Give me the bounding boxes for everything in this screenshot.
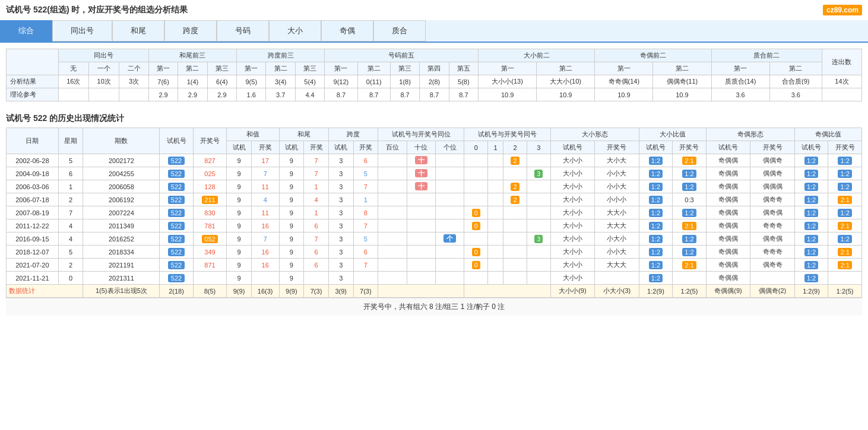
hw-prize: 6 — [304, 219, 329, 232]
samepos — [436, 219, 464, 232]
samenum-2 — [503, 167, 527, 180]
th-hm-第一: 第一 — [325, 62, 357, 75]
site-badge: cz89.com — [823, 5, 862, 15]
samenum-2: 2 — [503, 180, 527, 193]
samenum-0: 0 — [464, 259, 488, 272]
hw-prize: 6 — [304, 246, 329, 259]
ojx-trial: 奇偶偶 — [706, 167, 750, 180]
period-cell: 2004255 — [83, 167, 160, 180]
hw-trial: 9 — [279, 154, 304, 167]
th-kd-第一: 第一 — [237, 62, 266, 75]
dxb-prize: 0:3 — [673, 193, 706, 206]
tab-大小[interactable]: 大小 — [269, 20, 321, 42]
td-hm5: 5(8) — [449, 75, 478, 88]
samepos — [436, 272, 464, 285]
he-prize: 7 — [251, 232, 279, 246]
th-hewei: 和尾 — [279, 128, 328, 141]
stats-col6: 9(9) — [279, 285, 304, 298]
week-cell: 4 — [58, 232, 83, 246]
kd-prize: 1 — [353, 193, 378, 206]
tab-bar: 综合 同出号 和尾 跨度 号码 大小 奇偶 质合 — [0, 20, 868, 43]
stats-ojx-trial: 奇偶偶(9) — [706, 285, 750, 298]
dxb-prize: 1:2 — [673, 246, 706, 259]
samenum-0 — [464, 232, 488, 246]
stats-empty1 — [378, 285, 464, 298]
date-cell: 2004-09-18 — [7, 167, 59, 180]
td-hw3: 6(4) — [207, 75, 236, 88]
samenum-3 — [527, 219, 550, 232]
history-table: 日期 星期 期数 试机号 开奖号 和值 和尾 跨度 试机号与开奖号同位 试机号与… — [6, 128, 862, 298]
samenum-3 — [527, 193, 550, 206]
ojx-trial: 奇偶偶 — [706, 180, 750, 193]
samepos — [407, 219, 435, 232]
he-prize: 11 — [251, 206, 279, 219]
date-cell: 2018-12-07 — [7, 246, 59, 259]
th-同出号: 同出号 — [58, 49, 148, 62]
date-cell: 2016-09-15 — [7, 232, 59, 246]
td-zh2: 合合质(9) — [769, 75, 822, 88]
trial-cell: 522 — [160, 259, 193, 272]
dxx-prize: 大小大 — [595, 154, 639, 167]
history-title: 试机号 522 的历史出现情况统计 — [6, 107, 862, 128]
samepos — [378, 232, 407, 246]
th-trial: 试机号 — [160, 128, 193, 154]
he-trial: 9 — [227, 232, 252, 246]
dxx-prize: 小大小 — [595, 232, 639, 246]
tab-综合[interactable]: 综合 — [0, 20, 52, 42]
stats-col7: 7(3) — [304, 285, 329, 298]
tab-同出号[interactable]: 同出号 — [52, 20, 112, 42]
trial-cell: 522 — [160, 219, 193, 232]
prize-cell: 052 — [193, 232, 226, 246]
he-prize: 7 — [251, 167, 279, 180]
kd-prize — [353, 272, 378, 285]
ojb-trial: 1:2 — [794, 167, 828, 180]
stats-ojb-prize: 1:2(5) — [828, 285, 862, 298]
dxb-prize: 1:2 — [673, 206, 706, 219]
td-oj1: 奇奇偶(14) — [595, 75, 653, 88]
stats-dxx-prize: 小大小(3) — [595, 285, 639, 298]
date-cell: 2006-07-18 — [7, 193, 59, 206]
week-cell: 2 — [58, 193, 83, 206]
stats-empty2 — [464, 285, 550, 298]
tab-和尾[interactable]: 和尾 — [112, 20, 164, 42]
kd-trial: 3 — [328, 193, 353, 206]
samepos — [378, 206, 407, 219]
period-cell: 2007224 — [83, 206, 160, 219]
th-大小前二: 大小前二 — [479, 49, 595, 62]
he-prize: 11 — [251, 180, 279, 193]
tab-号码[interactable]: 号码 — [217, 20, 269, 42]
kd-trial: 3 — [328, 167, 353, 180]
samepos — [407, 193, 435, 206]
dxx-trial: 大小小 — [550, 193, 595, 206]
samepos — [378, 167, 407, 180]
samenum-1 — [488, 219, 503, 232]
history-section: 试机号 522 的历史出现情况统计 日期 星期 期数 试机号 开奖号 和值 和尾… — [6, 107, 862, 316]
td-dx1: 大小小(13) — [479, 75, 537, 88]
samepos — [407, 206, 435, 219]
ojx-prize: 偶偶偶 — [750, 180, 795, 193]
tab-跨度[interactable]: 跨度 — [164, 20, 217, 42]
th-date: 日期 — [7, 128, 59, 154]
th-zh-第一: 第一 — [711, 62, 769, 75]
td-kd1: 9(5) — [237, 75, 266, 88]
td-analysis-label: 分析结果 — [7, 75, 59, 88]
th-dxx: 大小形态 — [550, 128, 639, 141]
samenum-2 — [503, 206, 527, 219]
period-cell: 2021311 — [83, 272, 160, 285]
ojb-prize: 2:1 — [828, 193, 862, 206]
samenum-1 — [488, 232, 503, 246]
samepos — [407, 246, 435, 259]
td-hm3: 1(8) — [390, 75, 419, 88]
tab-质合[interactable]: 质合 — [373, 20, 426, 42]
tab-奇偶[interactable]: 奇偶 — [321, 20, 373, 42]
stats-dxx-trial: 大小小(9) — [550, 285, 595, 298]
hw-prize: 7 — [304, 232, 329, 246]
dxx-trial: 大小小 — [550, 167, 595, 180]
samenum-0: 0 — [464, 246, 488, 259]
th-kd-第二: 第二 — [266, 62, 295, 75]
samenum-3 — [527, 246, 550, 259]
trial-cell: 522 — [160, 167, 193, 180]
week-cell: 1 — [58, 180, 83, 193]
stats-col2: 2(18) — [160, 285, 193, 298]
th-zh-第二: 第二 — [769, 62, 822, 75]
